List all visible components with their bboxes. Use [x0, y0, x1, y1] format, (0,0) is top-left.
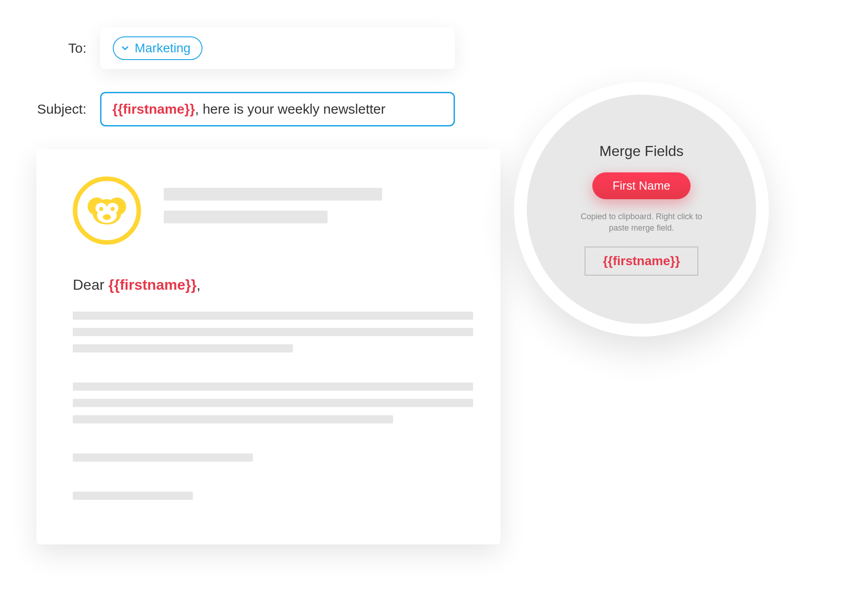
skeleton-line — [73, 492, 193, 500]
subject-label: Subject: — [23, 101, 100, 117]
skeleton-line — [164, 188, 382, 201]
email-header — [73, 176, 473, 245]
skeleton-gap — [73, 361, 473, 374]
merge-fields-popover: Merge Fields First Name Copied to clipbo… — [514, 82, 769, 337]
popover-inner: Merge Fields First Name Copied to clipbo… — [527, 95, 756, 324]
email-preview: Dear {{firstname}}, — [36, 149, 500, 544]
first-name-button[interactable]: First Name — [592, 172, 690, 199]
greeting-prefix: Dear — [73, 277, 108, 293]
skeleton-line — [164, 211, 328, 223]
header-skeleton — [164, 188, 473, 233]
monkey-logo-icon — [73, 176, 141, 245]
skeleton-line — [73, 344, 293, 352]
chevron-down-icon — [120, 43, 130, 53]
skeleton-line — [73, 328, 473, 336]
skeleton-line — [73, 312, 473, 320]
skeleton-gap — [73, 432, 473, 445]
greeting-merge-token: {{firstname}} — [108, 277, 197, 293]
skeleton-gap — [73, 470, 473, 483]
svg-point-4 — [111, 207, 115, 211]
subject-input[interactable]: {{firstname}}, here is your weekly newsl… — [100, 92, 455, 126]
popover-title: Merge Fields — [600, 143, 684, 160]
svg-point-5 — [103, 214, 111, 220]
greeting-line: Dear {{firstname}}, — [73, 277, 473, 293]
skeleton-line — [73, 399, 473, 407]
popover-hint: Copied to clipboard. Right click to past… — [578, 211, 705, 234]
svg-point-3 — [99, 207, 103, 211]
skeleton-line — [73, 415, 393, 423]
body-skeleton — [73, 312, 473, 500]
subject-text: , here is your weekly newsletter — [195, 101, 386, 116]
recipient-chip[interactable]: Marketing — [113, 36, 202, 60]
to-field[interactable]: Marketing — [100, 27, 455, 69]
to-row: To: Marketing — [23, 27, 614, 69]
greeting-suffix: , — [197, 277, 201, 293]
subject-merge-token: {{firstname}} — [112, 101, 195, 116]
recipient-chip-label: Marketing — [135, 41, 191, 55]
skeleton-line — [73, 382, 473, 391]
skeleton-line — [73, 453, 253, 462]
to-label: To: — [23, 40, 100, 56]
popover-token[interactable]: {{firstname}} — [585, 247, 698, 276]
